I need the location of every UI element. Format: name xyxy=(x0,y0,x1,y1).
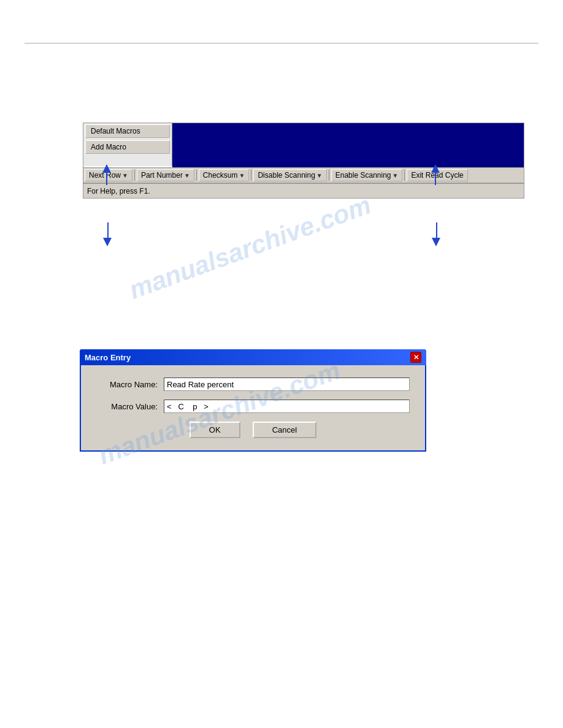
toolbar-panel: Default Macros Add Macro Next Row ▼ Part… xyxy=(83,123,524,199)
checksum-button[interactable]: Checksum ▼ xyxy=(199,169,250,181)
checksum-label: Checksum xyxy=(203,171,238,180)
disable-scanning-dropdown-arrow[interactable]: ▼ xyxy=(316,172,323,179)
add-macro-button[interactable]: Add Macro xyxy=(85,140,170,154)
enable-scanning-dropdown-arrow[interactable]: ▼ xyxy=(393,172,399,179)
separator-2 xyxy=(196,170,197,181)
enable-scanning-arrow-head xyxy=(431,164,440,173)
status-text: For Help, press F1. xyxy=(87,187,150,195)
ok-button[interactable]: OK xyxy=(190,422,240,438)
enable-scanning-arrow-line xyxy=(435,173,436,185)
macro-value-label: Macro Value: xyxy=(96,402,158,411)
next-row-down-arrow xyxy=(103,238,112,246)
macro-value-input[interactable] xyxy=(164,400,410,413)
dialog-title: Macro Entry xyxy=(85,353,131,362)
separator-5 xyxy=(404,170,405,181)
status-bar: For Help, press F1. xyxy=(83,183,524,198)
default-macros-button[interactable]: Default Macros xyxy=(85,124,170,138)
top-divider xyxy=(25,43,538,44)
macro-name-input[interactable] xyxy=(164,377,410,391)
menu-buttons-area: Default Macros Add Macro xyxy=(83,123,172,166)
separator-3 xyxy=(251,170,251,181)
next-row-down-line xyxy=(107,222,109,240)
part-number-button[interactable]: Part Number ▼ xyxy=(137,169,194,181)
disable-scanning-label: Disable Scanning xyxy=(258,171,315,180)
next-row-arrow-head xyxy=(102,164,111,173)
macro-name-row: Macro Name: xyxy=(96,377,410,391)
toolbar-row: Next Row ▼ Part Number ▼ Checksum ▼ Disa… xyxy=(83,167,524,183)
next-row-arrow-line xyxy=(106,173,107,185)
enable-scanning-button[interactable]: Enable Scanning ▼ xyxy=(331,169,403,181)
separator-4 xyxy=(329,170,329,181)
watermark-1: manualsarchive.com xyxy=(125,190,375,305)
next-row-dropdown-arrow[interactable]: ▼ xyxy=(122,172,128,179)
separator-1 xyxy=(134,170,135,181)
dark-blue-area xyxy=(172,123,524,167)
dialog-titlebar: Macro Entry ✕ xyxy=(80,349,426,365)
dialog-body: Macro Name: Macro Value: OK Cancel xyxy=(80,365,426,452)
enable-scanning-label: Enable Scanning xyxy=(335,171,391,180)
dialog-buttons: OK Cancel xyxy=(96,422,410,438)
enable-scanning-down-arrow xyxy=(432,238,440,246)
checksum-dropdown-arrow[interactable]: ▼ xyxy=(239,172,245,179)
macro-name-label: Macro Name: xyxy=(96,380,158,389)
dialog-close-button[interactable]: ✕ xyxy=(410,352,421,363)
part-number-label: Part Number xyxy=(141,171,183,180)
macro-value-row: Macro Value: xyxy=(96,400,410,413)
enable-scanning-down-line xyxy=(436,222,437,240)
disable-scanning-button[interactable]: Disable Scanning ▼ xyxy=(253,169,326,181)
cancel-button[interactable]: Cancel xyxy=(253,422,316,438)
macro-entry-dialog: Macro Entry ✕ Macro Name: Macro Value: O… xyxy=(80,349,426,452)
part-number-dropdown-arrow[interactable]: ▼ xyxy=(184,172,190,179)
